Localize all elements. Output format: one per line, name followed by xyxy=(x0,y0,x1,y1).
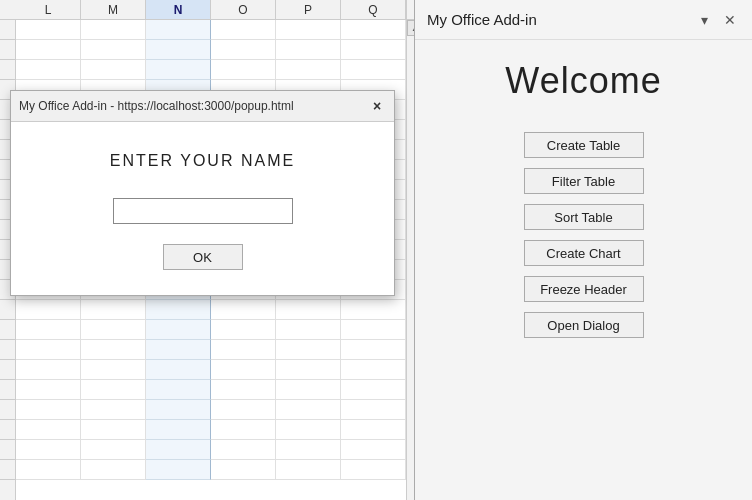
dialog-body: ENTER YOUR NAME OK xyxy=(11,122,394,295)
row-number xyxy=(0,360,15,380)
cell[interactable] xyxy=(211,380,276,400)
open-dialog-button[interactable]: Open Dialog xyxy=(524,312,644,338)
cell[interactable] xyxy=(276,400,341,420)
cell[interactable] xyxy=(16,400,81,420)
cell[interactable] xyxy=(146,60,211,80)
table-row[interactable] xyxy=(16,440,406,460)
cell[interactable] xyxy=(211,360,276,380)
cell[interactable] xyxy=(211,440,276,460)
cell[interactable] xyxy=(81,60,146,80)
cell[interactable] xyxy=(16,340,81,360)
cell[interactable] xyxy=(146,460,211,480)
table-row[interactable] xyxy=(16,400,406,420)
table-row[interactable] xyxy=(16,420,406,440)
cell[interactable] xyxy=(16,460,81,480)
cell[interactable] xyxy=(276,340,341,360)
table-row[interactable] xyxy=(16,300,406,320)
cell[interactable] xyxy=(276,420,341,440)
dialog-ok-button[interactable]: OK xyxy=(163,244,243,270)
scroll-right[interactable]: ▲ xyxy=(406,20,415,500)
cell[interactable] xyxy=(81,340,146,360)
cell[interactable] xyxy=(146,340,211,360)
excel-panel: L M N O P Q ▲ My Office Add-in - https:/… xyxy=(0,0,415,500)
sort-table-button[interactable]: Sort Table xyxy=(524,204,644,230)
cell[interactable] xyxy=(81,440,146,460)
table-row[interactable] xyxy=(16,320,406,340)
cell[interactable] xyxy=(341,20,406,40)
cell[interactable] xyxy=(16,320,81,340)
table-row[interactable] xyxy=(16,340,406,360)
cell[interactable] xyxy=(276,440,341,460)
cell[interactable] xyxy=(341,420,406,440)
table-row[interactable] xyxy=(16,380,406,400)
cell[interactable] xyxy=(211,420,276,440)
addin-close-button[interactable]: ✕ xyxy=(720,10,740,30)
cell[interactable] xyxy=(81,380,146,400)
cell[interactable] xyxy=(81,360,146,380)
cell[interactable] xyxy=(276,360,341,380)
cell[interactable] xyxy=(341,380,406,400)
cell[interactable] xyxy=(341,60,406,80)
cell[interactable] xyxy=(146,400,211,420)
cell[interactable] xyxy=(211,300,276,320)
freeze-header-button[interactable]: Freeze Header xyxy=(524,276,644,302)
cell[interactable] xyxy=(146,20,211,40)
cell[interactable] xyxy=(211,340,276,360)
cell[interactable] xyxy=(81,20,146,40)
cell[interactable] xyxy=(341,40,406,60)
cell[interactable] xyxy=(81,300,146,320)
cell[interactable] xyxy=(276,60,341,80)
scroll-up-arrow[interactable]: ▲ xyxy=(407,20,415,36)
cell[interactable] xyxy=(341,440,406,460)
cell[interactable] xyxy=(276,460,341,480)
cell[interactable] xyxy=(81,320,146,340)
cell[interactable] xyxy=(276,40,341,60)
table-row[interactable] xyxy=(16,40,406,60)
cell[interactable] xyxy=(276,300,341,320)
cell[interactable] xyxy=(276,20,341,40)
cell[interactable] xyxy=(16,360,81,380)
cell[interactable] xyxy=(81,460,146,480)
cell[interactable] xyxy=(341,460,406,480)
cell[interactable] xyxy=(16,380,81,400)
cell[interactable] xyxy=(211,40,276,60)
create-table-button[interactable]: Create Table xyxy=(524,132,644,158)
table-row[interactable] xyxy=(16,460,406,480)
cell[interactable] xyxy=(146,440,211,460)
addin-minimize-button[interactable]: ▾ xyxy=(697,10,712,30)
cell[interactable] xyxy=(146,420,211,440)
filter-table-button[interactable]: Filter Table xyxy=(524,168,644,194)
cell[interactable] xyxy=(211,400,276,420)
cell[interactable] xyxy=(146,40,211,60)
cell[interactable] xyxy=(16,40,81,60)
cell[interactable] xyxy=(341,320,406,340)
cell[interactable] xyxy=(16,20,81,40)
create-chart-button[interactable]: Create Chart xyxy=(524,240,644,266)
cell[interactable] xyxy=(16,60,81,80)
cell[interactable] xyxy=(81,420,146,440)
cell[interactable] xyxy=(276,320,341,340)
cell[interactable] xyxy=(341,360,406,380)
cell[interactable] xyxy=(146,300,211,320)
cell[interactable] xyxy=(81,40,146,60)
table-row[interactable] xyxy=(16,20,406,40)
cell[interactable] xyxy=(341,300,406,320)
cell[interactable] xyxy=(211,20,276,40)
table-row[interactable] xyxy=(16,60,406,80)
cell[interactable] xyxy=(146,320,211,340)
cell[interactable] xyxy=(341,340,406,360)
cell[interactable] xyxy=(146,380,211,400)
dialog-close-button[interactable]: × xyxy=(368,97,386,115)
cell[interactable] xyxy=(16,300,81,320)
cell[interactable] xyxy=(211,60,276,80)
cell[interactable] xyxy=(16,420,81,440)
cell[interactable] xyxy=(211,320,276,340)
cell[interactable] xyxy=(276,380,341,400)
cell[interactable] xyxy=(146,360,211,380)
cell[interactable] xyxy=(16,440,81,460)
table-row[interactable] xyxy=(16,360,406,380)
cell[interactable] xyxy=(341,400,406,420)
dialog-name-input[interactable] xyxy=(113,198,293,224)
cell[interactable] xyxy=(211,460,276,480)
cell[interactable] xyxy=(81,400,146,420)
